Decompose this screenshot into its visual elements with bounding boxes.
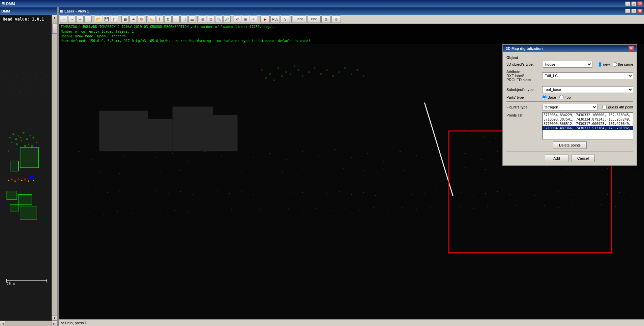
toolbar-color-btn[interactable]: 🎨 — [138, 15, 145, 23]
svg-point-82 — [465, 153, 466, 154]
toolbar-bar-btn[interactable]: ▬ — [188, 15, 196, 23]
new-radio[interactable] — [598, 62, 602, 67]
laser-minimize-btn[interactable]: _ — [625, 9, 631, 13]
top-radio-label[interactable]: Top — [559, 95, 571, 99]
toolbar-terrain-btn[interactable]: ⛰ — [129, 15, 137, 23]
toolbar-extra6-btn[interactable]: ⊠ — [321, 15, 331, 23]
toolbar-measure-btn[interactable]: 📐 — [148, 15, 155, 23]
scroll-thumb[interactable] — [52, 24, 57, 34]
dialog-close-btn[interactable]: ✕ — [628, 46, 634, 51]
points-list-item-3[interactable]: 5710084.487366, 7430313.513184, 179.7819… — [543, 126, 633, 130]
base-radio[interactable] — [542, 95, 547, 99]
dialog-action-buttons: Add Cancel — [506, 152, 633, 162]
toolbar-select-btn[interactable]: ▦ — [121, 15, 129, 23]
maximize-button[interactable]: □ — [631, 1, 637, 6]
toolbar-grid-btn[interactable]: ⊞ — [242, 15, 249, 23]
subobject-type-select[interactable]: roof_basewallfloorroof — [542, 86, 633, 93]
app-window-controls[interactable]: _ □ ✕ — [625, 1, 643, 6]
toolbar-refresh-btn[interactable]: ↺ — [234, 15, 241, 23]
svg-point-59 — [91, 159, 91, 160]
toolbar-back-btn[interactable]: ← — [60, 15, 67, 23]
svg-point-221 — [314, 67, 316, 69]
toolbar-copy-btn[interactable]: ⊞ — [199, 15, 206, 23]
laser-win-controls[interactable]: _ □ ✕ — [625, 9, 643, 13]
scroll-up-arrow[interactable]: ▲ — [52, 15, 57, 20]
scroll-down-arrow[interactable]: ▼ — [52, 315, 57, 321]
svg-point-155 — [461, 192, 461, 193]
object-type-select[interactable]: housebuildinggarageshed — [543, 61, 592, 68]
svg-point-185 — [302, 210, 303, 211]
toolbar-nav1-btn[interactable]: ⇒ — [76, 15, 84, 23]
toolbar-zoom-out-btn[interactable]: 🔎 — [223, 15, 231, 23]
the-same-radio-label[interactable]: the same — [613, 62, 633, 67]
svg-point-106 — [363, 170, 364, 171]
toolbar-nav2-btn[interactable]: ↓ — [84, 15, 92, 23]
proled-label: PROLED class — [506, 78, 540, 82]
laser-view[interactable]: TOMASZOW_1_ROLLAND-TOMASZOW_2_110kV_2019… — [59, 24, 644, 319]
svg-point-145 — [339, 191, 340, 192]
svg-point-233 — [459, 133, 459, 133]
laser-close-btn[interactable]: ✕ — [637, 9, 643, 13]
parts-type-label: Parts' type — [506, 95, 540, 99]
figure-type-select[interactable]: tetragontrianglepolygonrectangle — [542, 104, 597, 110]
add-button[interactable]: Add — [545, 155, 568, 162]
svg-point-61 — [123, 155, 124, 156]
left-panel-hscrollbar[interactable]: ◄ ► — [0, 321, 57, 326]
scroll-track[interactable] — [52, 20, 57, 315]
minimap-svg: 20 m — [0, 15, 52, 321]
attribute-row: Attribute: DXF label/ PROLED class Edif_… — [506, 70, 633, 82]
toolbar-extra5-btn[interactable]: 1300 — [307, 15, 321, 23]
points-list-item-1[interactable]: 5710090.307541, 7430334.879343, 185.9572… — [543, 117, 633, 122]
svg-point-187 — [331, 210, 331, 211]
svg-point-79 — [416, 155, 417, 156]
svg-point-25 — [23, 132, 25, 134]
top-radio[interactable] — [559, 95, 564, 99]
toolbar-paste-btn[interactable]: ⊡ — [207, 15, 214, 23]
toolbar-forward-btn[interactable]: → — [68, 15, 76, 23]
laser-maximize-btn[interactable]: □ — [631, 9, 637, 13]
toolbar-curve-btn[interactable]: C — [164, 15, 172, 23]
minimap-area[interactable]: Read value: 1,0,1 — [0, 15, 52, 321]
cancel-button[interactable]: Cancel — [571, 155, 595, 162]
toolbar-extra4-btn[interactable]: 1200 — [293, 15, 306, 23]
points-list-item-2[interactable]: 5710090.568512, 7430317.000925, 181.9206… — [543, 122, 633, 126]
svg-point-70 — [269, 153, 271, 154]
toolbar-extra2-btn[interactable]: RL5 — [270, 15, 280, 23]
toolbar-extra3-btn[interactable]: S — [281, 15, 290, 23]
svg-point-197 — [473, 208, 473, 209]
toolbar-info-btn[interactable]: i — [156, 15, 164, 23]
toolbar-save-btn[interactable]: 💾 — [103, 15, 110, 23]
svg-point-212 — [285, 71, 287, 73]
toolbar-open-btn[interactable]: 📂 — [95, 15, 102, 23]
svg-point-139 — [266, 193, 266, 193]
toolbar-point-btn[interactable]: · — [172, 15, 180, 23]
close-button[interactable]: ✕ — [637, 1, 643, 6]
toolbar-chart-btn[interactable]: 📊 — [180, 15, 188, 23]
svg-point-138 — [253, 194, 254, 195]
minimize-button[interactable]: _ — [625, 1, 631, 6]
delete-points-btn[interactable]: Delete points — [553, 141, 587, 149]
toolbar-save2-btn[interactable]: 📋 — [111, 15, 118, 23]
base-radio-label[interactable]: Base — [542, 95, 556, 99]
svg-point-173 — [131, 213, 132, 214]
toolbar-layers-btn[interactable]: ≡ — [250, 15, 257, 23]
svg-point-136 — [229, 193, 230, 194]
svg-point-223 — [326, 69, 328, 71]
points-list[interactable]: 5710084.834229, 7430332.166000, 182.6109… — [542, 112, 633, 139]
the-same-radio[interactable] — [613, 62, 617, 67]
app-title: DMM — [6, 2, 15, 6]
attribute-select[interactable]: Edif_LCOther — [542, 72, 633, 79]
scroll-left-arrow[interactable]: ◄ — [0, 321, 5, 326]
scroll-right-arrow[interactable]: ► — [52, 321, 57, 326]
left-panel-vscrollbar[interactable]: ▲ ▼ — [52, 15, 57, 321]
svg-point-180 — [231, 209, 232, 210]
toolbar-zoom-in-btn[interactable]: 🔍 — [215, 15, 223, 23]
svg-point-175 — [160, 213, 160, 213]
points-list-item-0[interactable]: 5710084.834229, 7430332.166000, 182.6109… — [543, 113, 633, 117]
toolbar-extra7-btn[interactable]: ⊙ — [331, 15, 341, 23]
toolbar-extra1-btn[interactable]: ▶ — [260, 15, 270, 23]
read-value: 1,0,1 — [32, 17, 44, 22]
new-radio-label[interactable]: new — [598, 62, 610, 67]
guess-4th-checkbox[interactable] — [602, 105, 607, 109]
svg-rect-123 — [201, 115, 238, 152]
